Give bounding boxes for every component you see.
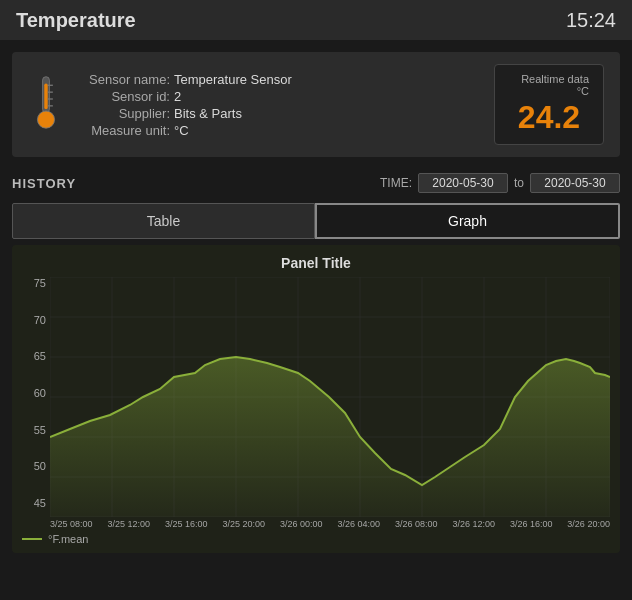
- x-label-3: 3/25 20:00: [222, 519, 265, 529]
- header: Temperature 15:24: [0, 0, 632, 40]
- y-label-70: 70: [22, 314, 50, 326]
- y-label-45: 45: [22, 497, 50, 509]
- chart-legend: °F.mean: [22, 533, 610, 545]
- x-label-6: 3/26 08:00: [395, 519, 438, 529]
- realtime-value: 24.2: [509, 99, 589, 136]
- chart-svg: [50, 277, 610, 517]
- sensor-name-value: Temperature Sensor: [174, 72, 292, 87]
- chart-title: Panel Title: [22, 255, 610, 271]
- tab-row: Table Graph: [12, 203, 620, 239]
- sensor-id-value: 2: [174, 89, 181, 104]
- x-label-9: 3/26 20:00: [567, 519, 610, 529]
- x-label-8: 3/26 16:00: [510, 519, 553, 529]
- sensor-supplier-row: Supplier: Bits & Parts: [80, 106, 292, 121]
- x-label-2: 3/25 16:00: [165, 519, 208, 529]
- time-section: TIME: to: [380, 173, 620, 193]
- chart-wrap: 75 70 65 60 55 50 45: [22, 277, 610, 529]
- y-axis: 75 70 65 60 55 50 45: [22, 277, 50, 529]
- sensor-id-row: Sensor id: 2: [80, 89, 292, 104]
- sensor-id-label: Sensor id:: [80, 89, 170, 104]
- sensor-supplier-label: Supplier:: [80, 106, 170, 121]
- time-from-input[interactable]: [418, 173, 508, 193]
- x-axis: 3/25 08:00 3/25 12:00 3/25 16:00 3/25 20…: [50, 519, 610, 529]
- history-label: HISTORY: [12, 176, 76, 191]
- y-label-55: 55: [22, 424, 50, 436]
- time-label: TIME:: [380, 176, 412, 190]
- sensor-info: Sensor name: Temperature Sensor Sensor i…: [80, 72, 292, 138]
- time-to-label: to: [514, 176, 524, 190]
- y-label-60: 60: [22, 387, 50, 399]
- realtime-unit: °C: [509, 85, 589, 97]
- sensor-measure-label: Measure unit:: [80, 123, 170, 138]
- sensor-name-row: Sensor name: Temperature Sensor: [80, 72, 292, 87]
- thermometer-icon: [28, 75, 64, 135]
- svg-rect-1: [44, 83, 47, 109]
- page-title: Temperature: [16, 9, 136, 32]
- chart-container: Panel Title 75 70 65 60 55 50 45: [12, 245, 620, 553]
- x-label-5: 3/26 04:00: [337, 519, 380, 529]
- legend-line-icon: [22, 538, 42, 540]
- x-label-1: 3/25 12:00: [107, 519, 150, 529]
- sensor-measure-value: °C: [174, 123, 189, 138]
- x-label-4: 3/26 00:00: [280, 519, 323, 529]
- tab-graph[interactable]: Graph: [315, 203, 620, 239]
- svg-point-2: [37, 111, 54, 128]
- realtime-label: Realtime data: [509, 73, 589, 85]
- sensor-left: Sensor name: Temperature Sensor Sensor i…: [28, 72, 292, 138]
- sensor-card: Sensor name: Temperature Sensor Sensor i…: [12, 52, 620, 157]
- chart-inner: 3/25 08:00 3/25 12:00 3/25 16:00 3/25 20…: [50, 277, 610, 529]
- legend-label: °F.mean: [48, 533, 88, 545]
- realtime-box: Realtime data °C 24.2: [494, 64, 604, 145]
- sensor-name-label: Sensor name:: [80, 72, 170, 87]
- time-to-input[interactable]: [530, 173, 620, 193]
- history-bar: HISTORY TIME: to: [0, 169, 632, 197]
- header-time: 15:24: [566, 9, 616, 32]
- y-label-75: 75: [22, 277, 50, 289]
- sensor-measure-row: Measure unit: °C: [80, 123, 292, 138]
- x-label-7: 3/26 12:00: [452, 519, 495, 529]
- sensor-supplier-value: Bits & Parts: [174, 106, 242, 121]
- y-label-65: 65: [22, 350, 50, 362]
- x-label-0: 3/25 08:00: [50, 519, 93, 529]
- y-label-50: 50: [22, 460, 50, 472]
- tab-table[interactable]: Table: [12, 203, 315, 239]
